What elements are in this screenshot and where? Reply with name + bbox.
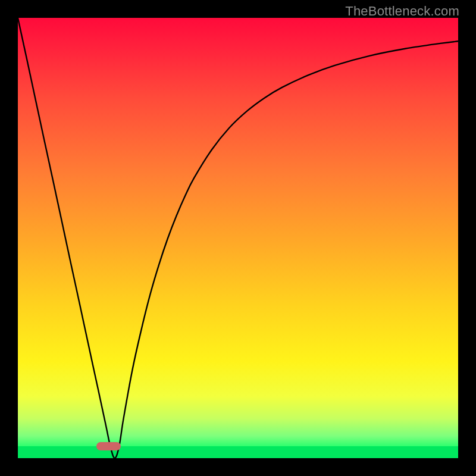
minimum-marker [96, 442, 121, 450]
bottleneck-curve [18, 18, 458, 458]
chart-frame: TheBottleneck.com [0, 0, 476, 476]
plot-area [18, 18, 458, 458]
watermark-text: TheBottleneck.com [345, 4, 459, 19]
